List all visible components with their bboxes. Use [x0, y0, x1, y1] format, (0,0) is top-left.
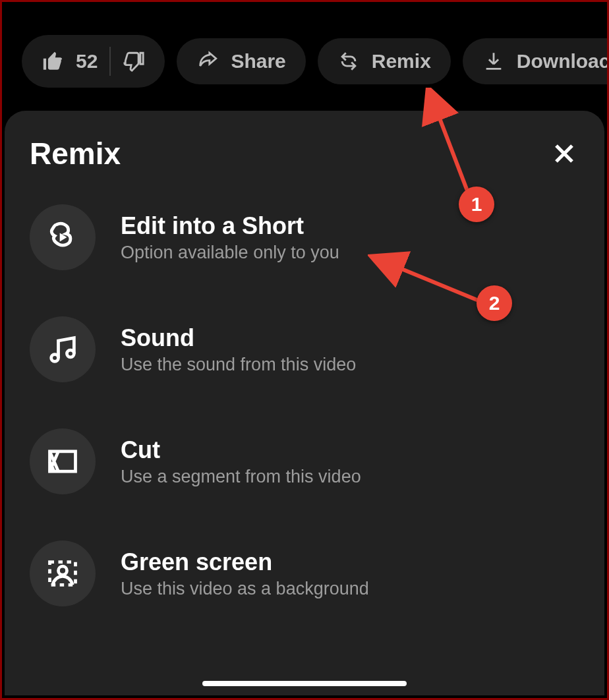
close-button[interactable]: [549, 138, 579, 169]
remix-icon: [337, 50, 360, 73]
music-note-icon: [30, 316, 96, 382]
option-subtitle: Use the sound from this video: [121, 355, 356, 375]
like-count: 52: [76, 50, 98, 73]
annotation-badge-1: 1: [459, 187, 494, 222]
option-title: Cut: [121, 436, 361, 464]
option-subtitle: Option available only to you: [121, 243, 339, 263]
remix-option-list: Edit into a Short Option available only …: [30, 204, 579, 606]
close-icon: [552, 142, 576, 165]
green-screen-icon: [30, 540, 96, 606]
video-action-row: 52 Share Remix Downloac: [22, 35, 607, 88]
svg-point-1: [67, 350, 74, 357]
option-subtitle: Use a segment from this video: [121, 467, 361, 487]
cut-segment-icon: [30, 428, 96, 494]
shorts-icon: [30, 204, 96, 270]
thumbs-down-icon: [123, 50, 145, 73]
svg-point-3: [59, 566, 67, 575]
annotation-badge-2: 2: [477, 285, 512, 321]
option-edit-into-short[interactable]: Edit into a Short Option available only …: [30, 204, 579, 270]
sheet-title: Remix: [30, 136, 121, 171]
sheet-header: Remix: [30, 136, 579, 171]
option-title: Sound: [121, 324, 356, 352]
thumbs-up-icon: [42, 50, 64, 73]
option-cut[interactable]: Cut Use a segment from this video: [30, 428, 579, 494]
pill-divider: [109, 47, 111, 76]
svg-point-0: [51, 355, 59, 362]
download-label: Downloac: [517, 50, 607, 73]
share-label: Share: [231, 50, 285, 73]
remix-sheet: Remix Edit into a Short Option available…: [5, 111, 604, 695]
remix-label: Remix: [372, 50, 431, 73]
option-title: Green screen: [121, 548, 369, 576]
option-sound[interactable]: Sound Use the sound from this video: [30, 316, 579, 382]
like-dislike-pill[interactable]: 52: [22, 35, 165, 88]
remix-button[interactable]: Remix: [318, 38, 451, 84]
share-icon: [196, 50, 219, 73]
option-subtitle: Use this video as a background: [121, 579, 369, 599]
download-icon: [482, 50, 505, 73]
option-title: Edit into a Short: [121, 212, 339, 240]
option-green-screen[interactable]: Green screen Use this video as a backgro…: [30, 540, 579, 606]
home-indicator: [202, 681, 407, 686]
download-button[interactable]: Downloac: [463, 38, 607, 84]
share-button[interactable]: Share: [177, 38, 305, 84]
